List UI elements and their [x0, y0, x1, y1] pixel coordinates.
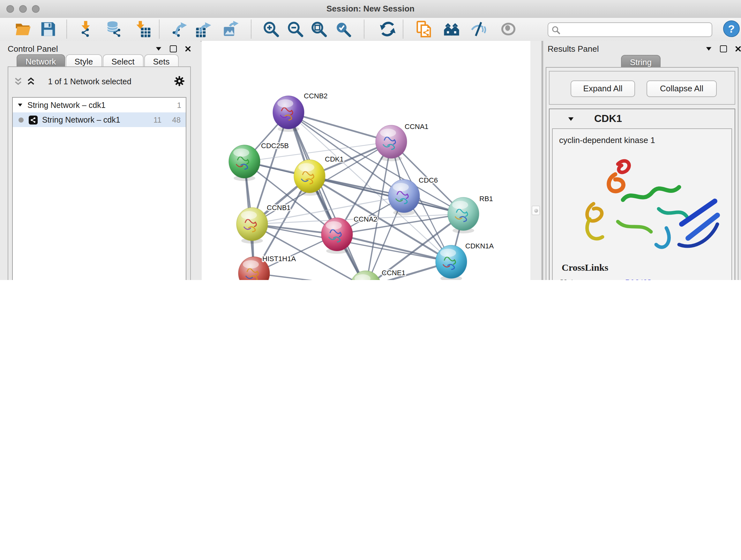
eye-slash-icon[interactable] [470, 20, 488, 38]
export-table-icon[interactable] [195, 20, 212, 38]
network-collection-row[interactable]: String Network – cdk1 1 [13, 98, 186, 112]
network-node-cdc25b[interactable] [229, 145, 260, 181]
clone-network-document-icon[interactable] [415, 20, 433, 38]
panel-menu-icon[interactable] [705, 45, 712, 52]
node-label-cdkn1a: CDKN1A [465, 242, 494, 250]
network-selection-status: 1 of 1 Network selected [8, 77, 171, 86]
protein-structure-image [556, 150, 729, 257]
control-panel-title: Control Panel [8, 44, 58, 54]
crosslink-row: Uniprot:P06493 [560, 278, 731, 280]
node-label-cdc6: CDC6 [419, 176, 438, 184]
help-button[interactable]: ? [723, 20, 740, 37]
node-label-ccna2: CCNA2 [354, 215, 378, 223]
toolbar-separator [159, 20, 159, 38]
network-label: String Network – cdk1 [42, 115, 120, 124]
houses-icon[interactable] [443, 20, 460, 38]
network-node-ccne1[interactable] [350, 271, 381, 280]
network-edge[interactable] [254, 273, 366, 280]
node-label-cdk1: CDK1 [325, 155, 344, 163]
crosslinks-list: Uniprot:P06493GeneCard:P06493Compartment… [553, 278, 731, 280]
collection-count: 1 [177, 101, 181, 110]
export-network-icon[interactable] [171, 20, 188, 38]
float-panel-icon[interactable] [720, 45, 727, 52]
network-node-ccnb2[interactable] [273, 96, 304, 132]
crosslink-link[interactable]: P06493 [625, 278, 731, 280]
node-label-ccne1: CCNE1 [382, 269, 406, 277]
save-session-icon[interactable] [40, 20, 57, 38]
crosslinks-title: CrossLinks [562, 262, 731, 273]
gene-symbol: CDK1 [594, 113, 622, 125]
collapse-all-button[interactable]: Collapse All [647, 80, 717, 97]
network-node-ccna1[interactable] [376, 125, 407, 161]
zoom-selected-icon[interactable] [334, 20, 352, 38]
import-network-icon[interactable] [77, 20, 94, 38]
eye-icon[interactable] [500, 20, 517, 38]
network-status-dot [18, 117, 23, 122]
string-app-icon [29, 115, 38, 124]
network-tab-content: 1 of 1 Network selected String Network –… [8, 66, 191, 280]
network-row[interactable]: String Network – cdk1 11 48 [13, 112, 186, 127]
import-database-icon[interactable] [105, 20, 123, 38]
network-canvas[interactable]: CCNB2CCNA1CDC25BCDK1CDC6RB1CCNB1CCNA2CDK… [202, 41, 530, 280]
network-edge[interactable] [310, 176, 463, 214]
window-title: Session: New Session [0, 4, 741, 13]
toolbar-separator [403, 20, 403, 38]
network-node-ccnb1[interactable] [237, 207, 268, 244]
toolbar-separator [66, 20, 67, 38]
refresh-network-icon[interactable] [379, 20, 396, 38]
right-splitter-handle[interactable] [532, 206, 540, 215]
application-window: Session: New Session [0, 0, 741, 280]
gene-details: cyclin-dependent kinase 1 CrossLinks Uni… [552, 128, 732, 280]
node-label-cdc25b: CDC25B [261, 142, 289, 150]
gene-disclosure-icon[interactable] [567, 116, 575, 123]
node-label-ccna1: CCNA1 [405, 123, 428, 131]
crosslink-label: Uniprot: [560, 278, 625, 280]
string-results-box: Expand All Collapse All CDK1 cyclin-depe… [546, 67, 738, 280]
collection-label: String Network – cdk1 [27, 101, 106, 110]
node-label-ccnb2: CCNB2 [304, 92, 328, 100]
network-node-rb1[interactable] [448, 197, 479, 233]
search-field [548, 22, 712, 37]
node-label-ccnb1: CCNB1 [267, 204, 291, 212]
gene-section: CDK1 cyclin-dependent kinase 1 CrossLink… [549, 109, 735, 280]
float-panel-icon[interactable] [170, 45, 177, 52]
close-panel-icon[interactable] [185, 45, 192, 52]
expand-collapse-box: Expand All Collapse All [549, 71, 735, 105]
gear-icon[interactable] [174, 75, 185, 87]
close-panel-icon[interactable] [735, 45, 741, 52]
zoom-fit-icon[interactable] [310, 20, 327, 38]
import-table-icon[interactable] [134, 20, 151, 38]
results-panel-title: Results Panel [548, 44, 599, 54]
toolbar-separator [251, 20, 252, 38]
zoom-in-icon[interactable] [262, 20, 280, 38]
zoom-out-icon[interactable] [286, 20, 304, 38]
open-session-icon[interactable] [14, 20, 31, 38]
panel-menu-icon[interactable] [155, 45, 162, 52]
node-label-hist1h1a: HIST1H1A [262, 255, 296, 263]
node-label-rb1: RB1 [479, 195, 493, 203]
vertical-splitter[interactable] [530, 41, 542, 280]
network-view: CCNB2CCNA1CDC25BCDK1CDC6RB1CCNB1CCNA2CDK… [202, 41, 530, 280]
network-tree: String Network – cdk1 1 String Network –… [12, 97, 186, 280]
control-panel: Control Panel NetworkStyleSelectSets 1 o… [0, 41, 200, 280]
title-bar: Session: New Session [0, 0, 741, 18]
results-panel: Results Panel String Expand All Collapse… [542, 41, 741, 280]
network-node-cdk1[interactable] [294, 160, 325, 196]
collection-disclosure-icon[interactable] [17, 102, 23, 108]
search-input[interactable] [562, 23, 711, 36]
network-edge-count: 48 [172, 115, 181, 124]
search-icon [551, 25, 560, 35]
main-toolbar: ? [0, 18, 741, 42]
network-node-cdc6[interactable] [388, 179, 420, 215]
export-image-icon[interactable] [223, 20, 240, 38]
expand-all-button[interactable]: Expand All [570, 80, 635, 97]
network-node-count: 11 [153, 115, 161, 124]
network-node-cdkn1a[interactable] [435, 245, 467, 280]
gene-description: cyclin-dependent kinase 1 [559, 135, 731, 145]
toolbar-separator [364, 20, 364, 38]
